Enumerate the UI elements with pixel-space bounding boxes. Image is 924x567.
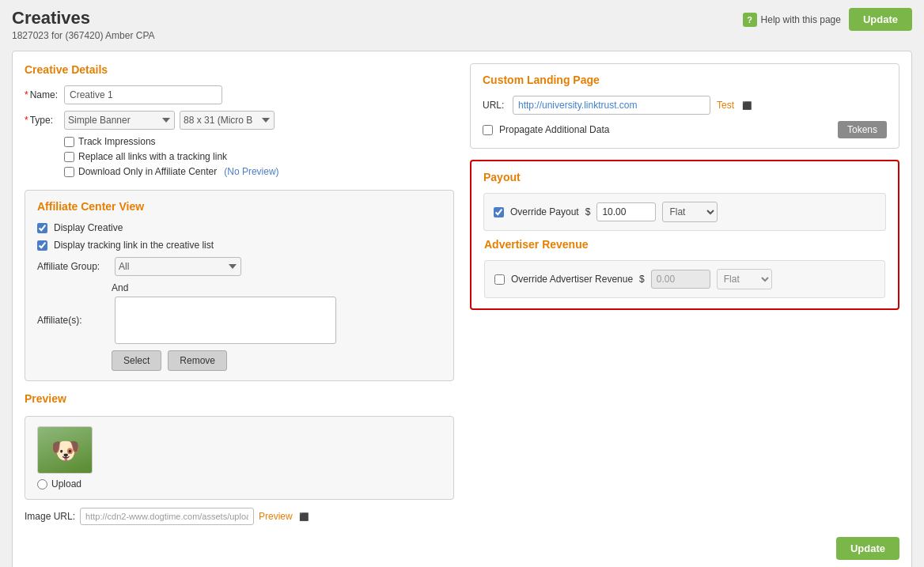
advertiser-revenue-block: Advertiser Revenue Override Advertiser R… (483, 237, 886, 299)
replace-links-checkbox[interactable] (64, 152, 74, 162)
advertiser-revenue-row: Override Advertiser Revenue $ Flat Perce… (494, 269, 875, 289)
type-row: *Type: Simple Banner 88 x 31 (Micro B (25, 111, 454, 130)
propagate-checkbox[interactable] (483, 125, 493, 135)
url-label: URL: (483, 100, 506, 111)
advertiser-inner: Override Advertiser Revenue $ Flat Perce… (484, 260, 885, 298)
display-creative-label: Display Creative (54, 222, 123, 233)
tokens-button[interactable]: Tokens (838, 121, 887, 138)
affiliates-label: Affiliate(s): (37, 315, 108, 326)
affiliates-row: Affiliate(s): (37, 297, 441, 344)
payout-title: Payout (483, 171, 886, 183)
preview-image-box: 🐶 (37, 426, 93, 474)
payout-dollar: $ (585, 206, 591, 217)
track-impressions-row: Track Impressions (64, 136, 454, 147)
replace-links-row: Replace all links with a tracking link (64, 151, 454, 162)
display-tracking-checkbox[interactable] (37, 240, 47, 251)
payout-inner: Override Payout $ Flat Percent (483, 193, 886, 231)
download-only-row: Download Only in Affiliate Center (No Pr… (64, 166, 454, 177)
type-label: *Type: (25, 115, 64, 126)
page-subtitle: 1827023 for (367420) Amber CPA (12, 30, 155, 41)
override-advertiser-label: Override Advertiser Revenue (511, 274, 633, 285)
upload-radio[interactable] (37, 479, 47, 490)
page-header: Creatives 1827023 for (367420) Amber CPA… (12, 8, 912, 41)
propagate-row: Propagate Additional Data Tokens (483, 121, 887, 138)
download-only-label: Download Only in Affiliate Center (78, 166, 217, 177)
help-link[interactable]: ? Help with this page (743, 13, 841, 27)
track-impressions-label: Track Impressions (78, 136, 156, 147)
page-title: Creatives (12, 8, 155, 28)
dog-icon: 🐶 (51, 437, 80, 464)
type-select[interactable]: Simple Banner (64, 111, 175, 130)
remove-button[interactable]: Remove (168, 350, 227, 371)
override-payout-label: Override Payout (510, 206, 579, 217)
advertiser-dollar: $ (639, 274, 645, 285)
test-link[interactable]: Test (717, 100, 734, 111)
propagate-label: Propagate Additional Data (499, 124, 609, 135)
left-column: Creative Details *Name: *Type: (25, 63, 454, 525)
header-actions: ? Help with this page Update (743, 8, 912, 31)
override-payout-checkbox[interactable] (494, 207, 504, 217)
test-external-icon: ⬛ (742, 101, 752, 110)
image-url-row: Image URL: Preview ⬛ (25, 508, 454, 525)
custom-landing-section: Custom Landing Page URL: Test ⬛ Propagat… (470, 63, 899, 149)
preview-section: 🐶 Upload (25, 416, 454, 500)
affiliate-group-select[interactable]: All (115, 257, 241, 276)
name-row: *Name: (25, 85, 454, 104)
display-creative-row: Display Creative (37, 222, 441, 233)
payout-advertiser-section: Payout Override Payout $ Flat Percent (470, 160, 899, 310)
dog-image: 🐶 (38, 427, 92, 473)
advertiser-revenue-title: Advertiser Revenue (484, 238, 885, 251)
display-creative-checkbox[interactable] (37, 223, 47, 233)
payout-type-select[interactable]: Flat Percent (662, 202, 718, 222)
required-star-type: * (25, 115, 28, 126)
update-button-bottom[interactable]: Update (836, 537, 899, 560)
payout-amount-input[interactable] (596, 202, 656, 221)
affiliate-group-row: Affiliate Group: All (37, 257, 441, 276)
preview-section-wrapper: Preview 🐶 Upload (25, 392, 454, 500)
select-remove-row: Select Remove (112, 350, 441, 371)
track-impressions-checkbox[interactable] (64, 137, 74, 147)
url-input[interactable] (513, 96, 710, 115)
preview-link[interactable]: Preview (259, 511, 293, 522)
advertiser-amount-input[interactable] (651, 270, 710, 289)
required-star-name: * (25, 89, 28, 100)
image-url-input[interactable] (80, 508, 254, 525)
right-column: Custom Landing Page URL: Test ⬛ Propagat… (470, 63, 899, 525)
display-tracking-row: Display tracking link in the creative li… (37, 240, 441, 251)
affiliate-center-section: Affiliate Center View Display Creative D… (25, 190, 454, 381)
affiliate-center-title: Affiliate Center View (37, 200, 441, 213)
payout-row: Override Payout $ Flat Percent (494, 202, 876, 222)
name-input[interactable] (64, 85, 222, 104)
replace-links-label: Replace all links with a tracking link (78, 151, 227, 162)
two-col-layout: Creative Details *Name: *Type: (25, 63, 899, 525)
affiliates-textarea[interactable] (115, 297, 336, 344)
upload-row: Upload (37, 478, 441, 490)
download-only-checkbox[interactable] (64, 167, 74, 177)
creative-details-title: Creative Details (25, 63, 454, 76)
preview-title: Preview (25, 392, 454, 405)
select-button[interactable]: Select (112, 350, 161, 371)
affiliate-group-label: Affiliate Group: (37, 261, 108, 272)
override-advertiser-checkbox[interactable] (494, 274, 505, 285)
and-label: And (112, 282, 441, 293)
main-card: Creative Details *Name: *Type: (12, 51, 912, 567)
name-label: *Name: (25, 89, 64, 100)
help-label: Help with this page (761, 14, 841, 25)
advertiser-type-select[interactable]: Flat Percent (717, 269, 772, 289)
creative-details-section: Creative Details *Name: *Type: (25, 63, 454, 177)
image-url-label: Image URL: (25, 511, 75, 522)
help-icon: ? (743, 13, 757, 27)
custom-landing-title: Custom Landing Page (483, 74, 887, 86)
display-tracking-label: Display tracking link in the creative li… (54, 240, 214, 251)
no-preview-link[interactable]: (No Preview) (224, 166, 278, 177)
external-link-icon: ⬛ (299, 512, 309, 521)
size-select[interactable]: 88 x 31 (Micro B (180, 111, 275, 130)
bottom-bar: Update (25, 537, 899, 560)
payout-block: Payout Override Payout $ Flat Percent (483, 171, 886, 231)
title-block: Creatives 1827023 for (367420) Amber CPA (12, 8, 155, 41)
upload-label: Upload (51, 478, 81, 490)
update-button-top[interactable]: Update (849, 8, 912, 31)
url-row: URL: Test ⬛ (483, 96, 887, 115)
